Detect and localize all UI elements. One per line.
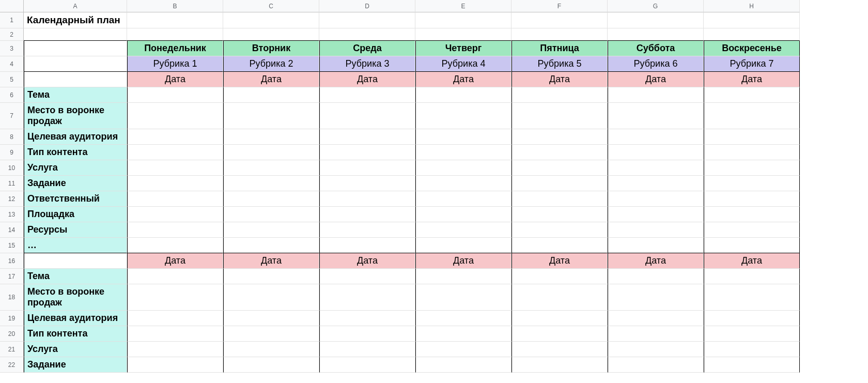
cell-G13[interactable] [608, 207, 704, 222]
row-head-7[interactable]: 7 [0, 103, 24, 129]
cell-E15[interactable] [415, 238, 512, 253]
cell-H1[interactable] [704, 12, 800, 28]
cell-B12[interactable] [127, 191, 223, 207]
cell-H17[interactable] [704, 269, 800, 284]
cell-F14[interactable] [512, 222, 608, 238]
row-head-11[interactable]: 11 [0, 176, 24, 191]
cell-H19[interactable] [704, 311, 800, 326]
cell-F12[interactable] [512, 191, 608, 207]
row-head-16[interactable]: 16 [0, 253, 24, 269]
row-head-12[interactable]: 12 [0, 191, 24, 207]
cell-E5-date[interactable]: Дата [415, 72, 512, 87]
row-head-1[interactable]: 1 [0, 12, 24, 28]
cell-H4-rubric[interactable]: Рубрика 7 [704, 56, 800, 72]
cell-H15[interactable] [704, 238, 800, 253]
cell-D15[interactable] [319, 238, 415, 253]
cell-C21[interactable] [223, 342, 319, 357]
cell-B16-date[interactable]: Дата [127, 253, 223, 269]
row-head-3[interactable]: 3 [0, 41, 24, 56]
cell-E3-day[interactable]: Четверг [415, 41, 512, 56]
cell-H5-date[interactable]: Дата [704, 72, 800, 87]
col-head-B[interactable]: B [127, 0, 223, 12]
cell-D4-rubric[interactable]: Рубрика 3 [319, 56, 415, 72]
cell-G9[interactable] [608, 145, 704, 160]
cell-G3-day[interactable]: Суббота [608, 41, 704, 56]
row-head-10[interactable]: 10 [0, 160, 24, 176]
cell-A13-field[interactable]: Площадка [24, 207, 127, 222]
cell-A10-field[interactable]: Услуга [24, 160, 127, 176]
cell-C16-date[interactable]: Дата [223, 253, 319, 269]
cell-E14[interactable] [415, 222, 512, 238]
cell-C4-rubric[interactable]: Рубрика 2 [223, 56, 319, 72]
cell-F10[interactable] [512, 160, 608, 176]
col-head-C[interactable]: C [223, 0, 319, 12]
cell-D5-date[interactable]: Дата [319, 72, 415, 87]
select-all-corner[interactable] [0, 0, 24, 12]
row-head-17[interactable]: 17 [0, 269, 24, 284]
cell-C5-date[interactable]: Дата [223, 72, 319, 87]
cell-F2[interactable] [512, 28, 608, 41]
cell-F11[interactable] [512, 176, 608, 191]
cell-C1[interactable] [223, 12, 319, 28]
cell-G20[interactable] [608, 326, 704, 342]
cell-G4-rubric[interactable]: Рубрика 6 [608, 56, 704, 72]
cell-H6[interactable] [704, 87, 800, 103]
cell-F20[interactable] [512, 326, 608, 342]
cell-E20[interactable] [415, 326, 512, 342]
row-head-13[interactable]: 13 [0, 207, 24, 222]
cell-B2[interactable] [127, 28, 223, 41]
cell-G19[interactable] [608, 311, 704, 326]
cell-D2[interactable] [319, 28, 415, 41]
cell-F3-day[interactable]: Пятница [512, 41, 608, 56]
cell-E1[interactable] [415, 12, 512, 28]
cell-E7[interactable] [415, 103, 512, 129]
cell-F18[interactable] [512, 284, 608, 311]
cell-A21-field[interactable]: Услуга [24, 342, 127, 357]
cell-D22[interactable] [319, 357, 415, 373]
cell-B17[interactable] [127, 269, 223, 284]
cell-G2[interactable] [608, 28, 704, 41]
cell-H13[interactable] [704, 207, 800, 222]
cell-A12-field[interactable]: Ответственный [24, 191, 127, 207]
cell-B22[interactable] [127, 357, 223, 373]
cell-A7-field[interactable]: Место в воронке продаж [24, 103, 127, 129]
cell-F15[interactable] [512, 238, 608, 253]
cell-B3-day[interactable]: Понедельник [127, 41, 223, 56]
cell-H10[interactable] [704, 160, 800, 176]
cell-B13[interactable] [127, 207, 223, 222]
cell-A6-field[interactable]: Тема [24, 87, 127, 103]
cell-B15[interactable] [127, 238, 223, 253]
cell-B14[interactable] [127, 222, 223, 238]
cell-D12[interactable] [319, 191, 415, 207]
cell-D20[interactable] [319, 326, 415, 342]
cell-E22[interactable] [415, 357, 512, 373]
cell-H11[interactable] [704, 176, 800, 191]
cell-D17[interactable] [319, 269, 415, 284]
cell-C6[interactable] [223, 87, 319, 103]
cell-D8[interactable] [319, 129, 415, 145]
cell-H8[interactable] [704, 129, 800, 145]
cell-H2[interactable] [704, 28, 800, 41]
cell-A8-field[interactable]: Целевая аудитория [24, 129, 127, 145]
cell-A3[interactable] [24, 41, 127, 56]
cell-B19[interactable] [127, 311, 223, 326]
cell-F5-date[interactable]: Дата [512, 72, 608, 87]
cell-F8[interactable] [512, 129, 608, 145]
cell-C9[interactable] [223, 145, 319, 160]
cell-G16-date[interactable]: Дата [608, 253, 704, 269]
cell-G1[interactable] [608, 12, 704, 28]
cell-D21[interactable] [319, 342, 415, 357]
cell-E4-rubric[interactable]: Рубрика 4 [415, 56, 512, 72]
cell-G5-date[interactable]: Дата [608, 72, 704, 87]
col-head-H[interactable]: H [704, 0, 800, 12]
cell-A9-field[interactable]: Тип контента [24, 145, 127, 160]
cell-B11[interactable] [127, 176, 223, 191]
cell-C19[interactable] [223, 311, 319, 326]
row-head-14[interactable]: 14 [0, 222, 24, 238]
cell-G14[interactable] [608, 222, 704, 238]
cell-H16-date[interactable]: Дата [704, 253, 800, 269]
cell-A20-field[interactable]: Тип контента [24, 326, 127, 342]
cell-G10[interactable] [608, 160, 704, 176]
cell-A17-field[interactable]: Тема [24, 269, 127, 284]
cell-D18[interactable] [319, 284, 415, 311]
